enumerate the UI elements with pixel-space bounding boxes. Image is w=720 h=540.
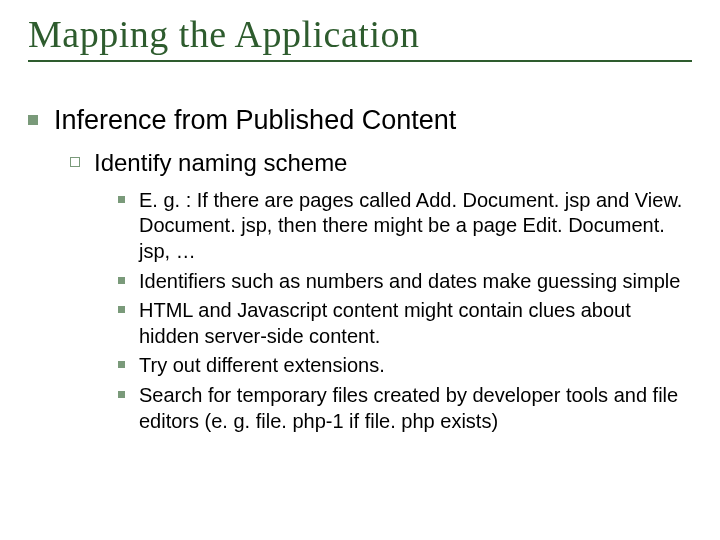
level2-text: Identify naming scheme [94, 148, 347, 178]
list-item: Try out different extensions. [118, 353, 692, 379]
square-outline-bullet-icon [70, 157, 80, 167]
level3-text: Try out different extensions. [139, 353, 385, 379]
bullet-level1: Inference from Published Content [28, 104, 692, 138]
square-bullet-icon [28, 115, 38, 125]
level3-text: E. g. : If there are pages called Add. D… [139, 188, 692, 265]
level3-text: Identifiers such as numbers and dates ma… [139, 269, 680, 295]
square-bullet-icon [118, 277, 125, 284]
square-bullet-icon [118, 361, 125, 368]
square-bullet-icon [118, 196, 125, 203]
square-bullet-icon [118, 391, 125, 398]
list-item: HTML and Javascript content might contai… [118, 298, 692, 349]
level3-list: E. g. : If there are pages called Add. D… [118, 188, 692, 434]
list-item: E. g. : If there are pages called Add. D… [118, 188, 692, 265]
slide: Mapping the Application Inference from P… [0, 0, 720, 540]
slide-content: Inference from Published Content Identif… [28, 104, 692, 434]
slide-title: Mapping the Application [28, 12, 692, 56]
title-underline [28, 60, 692, 62]
level3-text: HTML and Javascript content might contai… [139, 298, 692, 349]
list-item: Identifiers such as numbers and dates ma… [118, 269, 692, 295]
bullet-level2: Identify naming scheme [70, 148, 692, 178]
square-bullet-icon [118, 306, 125, 313]
level1-text: Inference from Published Content [54, 104, 456, 138]
level3-text: Search for temporary files created by de… [139, 383, 692, 434]
list-item: Search for temporary files created by de… [118, 383, 692, 434]
